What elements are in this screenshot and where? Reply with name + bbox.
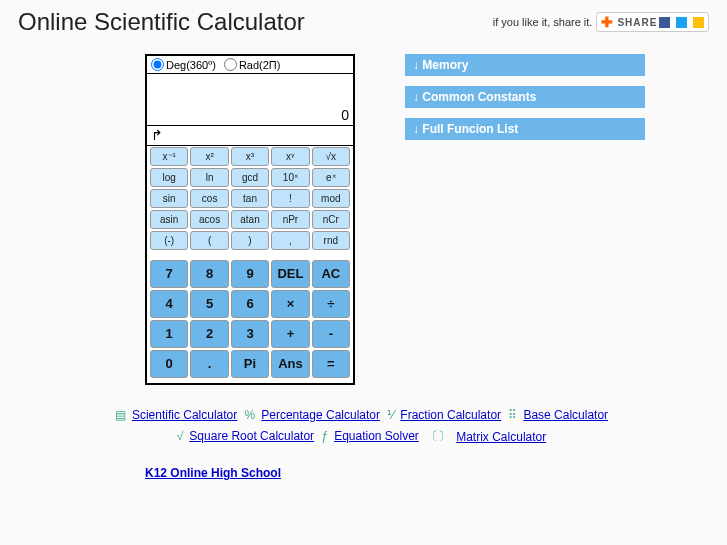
fkey-acos[interactable]: acos (190, 210, 228, 229)
fkey-ex[interactable]: eˣ (312, 168, 350, 187)
key-0[interactable]: 0 (150, 350, 188, 378)
fkey-atan[interactable]: atan (231, 210, 269, 229)
base-icon: ⠿ (508, 408, 517, 422)
key-3[interactable]: 3 (231, 320, 269, 348)
fkey-cos[interactable]: cos (190, 189, 228, 208)
deg-radio[interactable] (151, 58, 164, 71)
key-equals[interactable]: = (312, 350, 350, 378)
key-7[interactable]: 7 (150, 260, 188, 288)
key-minus[interactable]: - (312, 320, 350, 348)
fkey-mod[interactable]: mod (312, 189, 350, 208)
fkey-neg[interactable]: (-) (150, 231, 188, 250)
side-panels: ↓ Memory ↓ Common Constants ↓ Full Funci… (405, 54, 645, 385)
fkey-asin[interactable]: asin (150, 210, 188, 229)
fkey-factorial[interactable]: ! (271, 189, 309, 208)
mail-icon[interactable] (693, 17, 704, 28)
plus-icon: ✚ (601, 14, 614, 30)
fkey-gcd[interactable]: gcd (231, 168, 269, 187)
fkey-npr[interactable]: nPr (271, 210, 309, 229)
key-4[interactable]: 4 (150, 290, 188, 318)
fkey-x-cubed[interactable]: x³ (231, 147, 269, 166)
key-5[interactable]: 5 (190, 290, 228, 318)
key-del[interactable]: DEL (271, 260, 309, 288)
sub-display: ↱ (147, 126, 353, 146)
fkey-x-inverse[interactable]: x⁻¹ (150, 147, 188, 166)
panel-memory[interactable]: ↓ Memory (405, 54, 645, 76)
fkey-10x[interactable]: 10ˣ (271, 168, 309, 187)
sqrt-icon: √ (177, 429, 184, 443)
fkey-log[interactable]: log (150, 168, 188, 187)
fkey-x-squared[interactable]: x² (190, 147, 228, 166)
rad-radio[interactable] (224, 58, 237, 71)
share-button[interactable]: ✚ SHARE (596, 12, 709, 32)
calc-icon: ▤ (115, 408, 126, 422)
fkey-tan[interactable]: tan (231, 189, 269, 208)
share-section: if you like it, share it. ✚ SHARE (493, 12, 709, 32)
deg-option[interactable]: Deg(360º) (151, 58, 216, 71)
link-scientific[interactable]: Scientific Calculator (132, 408, 237, 422)
equation-icon: ƒ (321, 429, 328, 443)
key-multiply[interactable]: × (271, 290, 309, 318)
fkey-ln[interactable]: ln (190, 168, 228, 187)
link-sqrt[interactable]: Square Root Calculator (189, 429, 314, 443)
key-ans[interactable]: Ans (271, 350, 309, 378)
key-pi[interactable]: Pi (231, 350, 269, 378)
fkey-comma[interactable]: , (271, 231, 309, 250)
key-6[interactable]: 6 (231, 290, 269, 318)
link-percentage[interactable]: Percentage Calculator (261, 408, 380, 422)
rad-label: Rad(2Π) (239, 59, 281, 71)
fraction-icon: ⅟ (387, 408, 394, 422)
link-base[interactable]: Base Calculator (523, 408, 608, 422)
deg-label: Deg(360º) (166, 59, 216, 71)
percent-icon: % (245, 408, 256, 422)
share-label: SHARE (617, 17, 657, 28)
fkey-sin[interactable]: sin (150, 189, 188, 208)
ad-link[interactable]: K12 Online High School (145, 466, 281, 480)
link-equation[interactable]: Equation Solver (334, 429, 419, 443)
panel-constants[interactable]: ↓ Common Constants (405, 86, 645, 108)
facebook-icon[interactable] (659, 17, 670, 28)
key-8[interactable]: 8 (190, 260, 228, 288)
page-title: Online Scientific Calculator (18, 8, 305, 36)
footer-links: ▤Scientific Calculator %Percentage Calcu… (0, 405, 727, 448)
panel-functions[interactable]: ↓ Full Funcion List (405, 118, 645, 140)
share-icons (657, 16, 704, 28)
rad-option[interactable]: Rad(2Π) (224, 58, 281, 71)
fkey-rparen[interactable]: ) (231, 231, 269, 250)
key-divide[interactable]: ÷ (312, 290, 350, 318)
fkey-ncr[interactable]: nCr (312, 210, 350, 229)
key-plus[interactable]: + (271, 320, 309, 348)
angle-mode-row: Deg(360º) Rad(2Π) (147, 56, 353, 74)
share-text: if you like it, share it. (493, 16, 593, 28)
link-fraction[interactable]: Fraction Calculator (400, 408, 501, 422)
fkey-rnd[interactable]: rnd (312, 231, 350, 250)
key-9[interactable]: 9 (231, 260, 269, 288)
fkey-sqrt[interactable]: √x (312, 147, 350, 166)
key-1[interactable]: 1 (150, 320, 188, 348)
main-display: 0 (147, 74, 353, 126)
twitter-icon[interactable] (676, 17, 687, 28)
link-matrix[interactable]: Matrix Calculator (456, 430, 546, 444)
matrix-icon: 〔〕 (426, 428, 450, 445)
key-dot[interactable]: . (190, 350, 228, 378)
fkey-x-power-y[interactable]: xʸ (271, 147, 309, 166)
key-ac[interactable]: AC (312, 260, 350, 288)
fkey-lparen[interactable]: ( (190, 231, 228, 250)
calculator: Deg(360º) Rad(2Π) 0 ↱ x⁻¹ x² x³ xʸ √x lo… (145, 54, 355, 385)
key-2[interactable]: 2 (190, 320, 228, 348)
